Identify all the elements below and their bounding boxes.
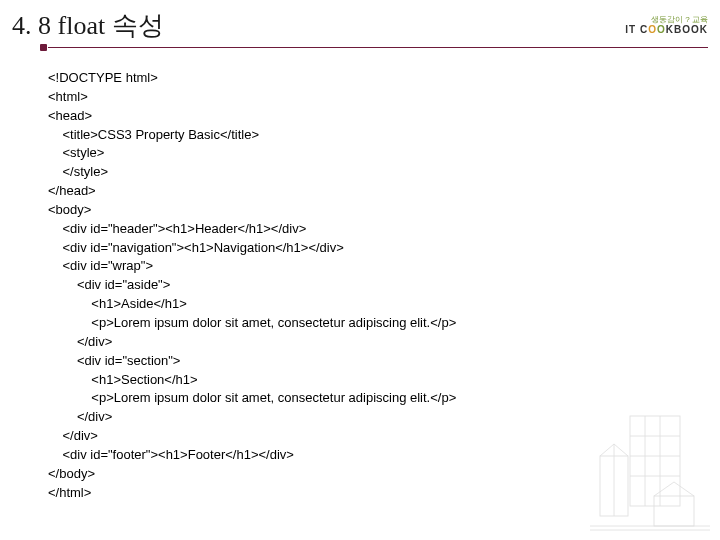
brand-o2: O [657,24,666,35]
brand-post: KBOOK [666,24,708,35]
brand-main: IT COOKBOOK [625,24,708,36]
brand-o1: O [648,24,657,35]
code-block: <!DOCTYPE html> <html> <head> <title>CSS… [0,51,720,502]
slide-title: 4. 8 float 속성 [12,8,164,43]
rule-dot-icon [40,44,47,51]
brand-pre: IT C [625,24,648,35]
brand-logo: 생동감이 ? 교육 IT COOKBOOK [625,15,708,37]
header-row: 4. 8 float 속성 생동감이 ? 교육 IT COOKBOOK [0,0,720,45]
brand-tagline: 생동감이 ? 교육 [625,15,708,25]
rule-line [48,47,708,48]
title-rule [0,45,708,51]
